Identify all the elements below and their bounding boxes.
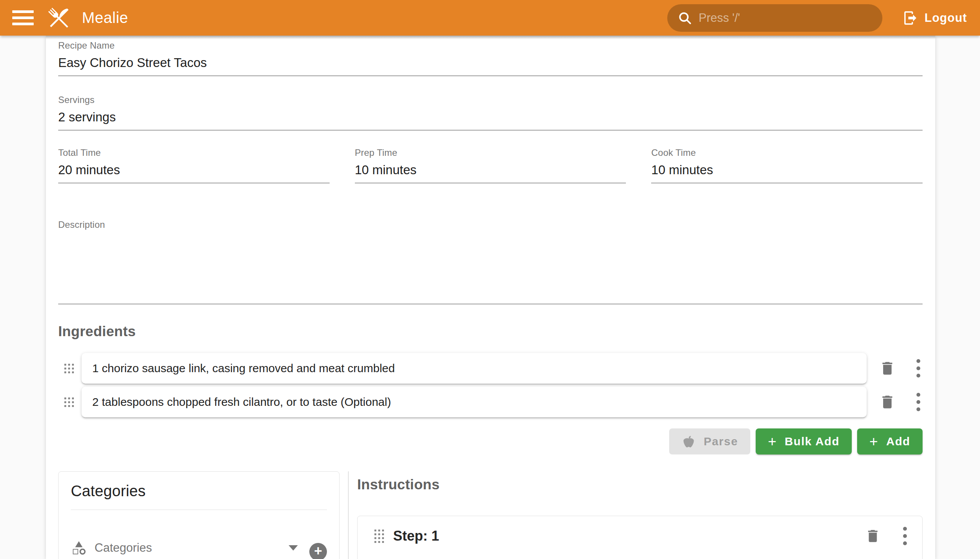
trash-icon xyxy=(879,394,896,410)
instructions-column: Instructions Step: 1 xyxy=(349,471,922,559)
bulk-add-button[interactable]: + Bulk Add xyxy=(756,428,852,455)
step-menu-kebab-icon[interactable] xyxy=(903,527,907,545)
shapes-icon xyxy=(71,540,87,556)
parse-label: Parse xyxy=(704,435,738,448)
recipe-name-field: Recipe Name xyxy=(58,40,922,76)
step-title: Step: 1 xyxy=(393,528,439,544)
plus-icon: + xyxy=(869,434,879,449)
ingredient-card xyxy=(81,387,867,417)
servings-label: Servings xyxy=(58,94,922,105)
logout-icon xyxy=(902,10,918,26)
prep-time-label: Prep Time xyxy=(355,147,626,158)
description-field: Description xyxy=(58,219,922,304)
drag-handle-icon[interactable] xyxy=(64,364,74,373)
search-placeholder: Press '/' xyxy=(699,11,740,25)
parse-button[interactable]: Parse xyxy=(669,428,750,455)
delete-ingredient-button[interactable] xyxy=(879,360,896,377)
step-header: Step: 1 xyxy=(369,527,911,545)
ingredient-card xyxy=(81,353,867,384)
chevron-down-icon xyxy=(289,545,298,551)
total-time-field: Total Time xyxy=(58,147,330,184)
ingredient-input[interactable] xyxy=(92,395,856,408)
add-label: Add xyxy=(886,435,910,448)
add-ingredient-button[interactable]: + Add xyxy=(857,428,922,455)
total-time-label: Total Time xyxy=(58,147,330,158)
hamburger-menu-icon[interactable] xyxy=(9,4,37,32)
divider xyxy=(71,509,327,510)
description-label: Description xyxy=(58,219,922,230)
description-textarea[interactable] xyxy=(58,230,922,298)
ingredients-heading: Ingredients xyxy=(58,324,922,340)
total-time-input[interactable] xyxy=(58,163,330,177)
categories-title: Categories xyxy=(71,483,327,499)
trash-icon xyxy=(865,528,881,544)
search-icon xyxy=(677,10,692,26)
ingredient-list xyxy=(58,352,922,418)
time-row: Total Time Prep Time Cook Time xyxy=(58,147,922,184)
servings-input[interactable] xyxy=(58,110,922,124)
prep-time-input[interactable] xyxy=(355,163,626,177)
ingredient-menu-kebab-icon[interactable] xyxy=(916,393,920,411)
mealie-recipe-editor: Mealie Press '/' Logout Recipe Name xyxy=(0,0,980,559)
delete-ingredient-button[interactable] xyxy=(879,394,896,410)
categories-select-row: Categories + xyxy=(71,540,327,559)
cook-time-field: Cook Time xyxy=(651,147,922,184)
logout-button[interactable]: Logout xyxy=(900,6,969,30)
delete-step-button[interactable] xyxy=(865,528,881,544)
trash-icon xyxy=(879,360,896,377)
prep-time-field: Prep Time xyxy=(355,147,626,184)
plus-icon: + xyxy=(768,434,777,449)
ingredient-menu-kebab-icon[interactable] xyxy=(916,359,920,377)
logout-label: Logout xyxy=(924,11,967,25)
ingredient-row xyxy=(58,386,922,418)
ingredient-row xyxy=(58,352,922,384)
categories-select-placeholder: Categories xyxy=(94,541,281,555)
ingredients-actions: Parse + Bulk Add + Add xyxy=(58,428,922,455)
cook-time-label: Cook Time xyxy=(651,147,922,158)
app-title: Mealie xyxy=(82,9,128,26)
instructions-heading: Instructions xyxy=(357,477,922,493)
recipe-card: Recipe Name Servings Total Time Prep Tim… xyxy=(46,36,935,559)
cook-time-input[interactable] xyxy=(651,163,922,177)
servings-field: Servings xyxy=(58,94,922,131)
mealie-logo-icon xyxy=(45,4,73,32)
categories-card: Categories Categories + xyxy=(58,471,340,559)
recipe-name-label: Recipe Name xyxy=(58,40,922,51)
drag-handle-icon[interactable] xyxy=(374,529,384,543)
recipe-name-input[interactable] xyxy=(58,56,922,70)
categories-select[interactable]: Categories xyxy=(71,540,300,559)
search-input[interactable]: Press '/' xyxy=(667,4,882,32)
drag-handle-icon[interactable] xyxy=(64,397,74,407)
bulk-add-label: Bulk Add xyxy=(785,435,840,448)
bottom-section: Categories Categories + xyxy=(58,471,922,559)
apple-icon xyxy=(681,434,696,449)
categories-column: Categories Categories + xyxy=(58,471,340,559)
add-category-button[interactable]: + xyxy=(309,543,327,559)
app-bar: Mealie Press '/' Logout xyxy=(0,0,980,36)
step-card: Step: 1 Combine crumbled chorizo and chi… xyxy=(357,516,922,559)
ingredient-input[interactable] xyxy=(92,362,856,375)
